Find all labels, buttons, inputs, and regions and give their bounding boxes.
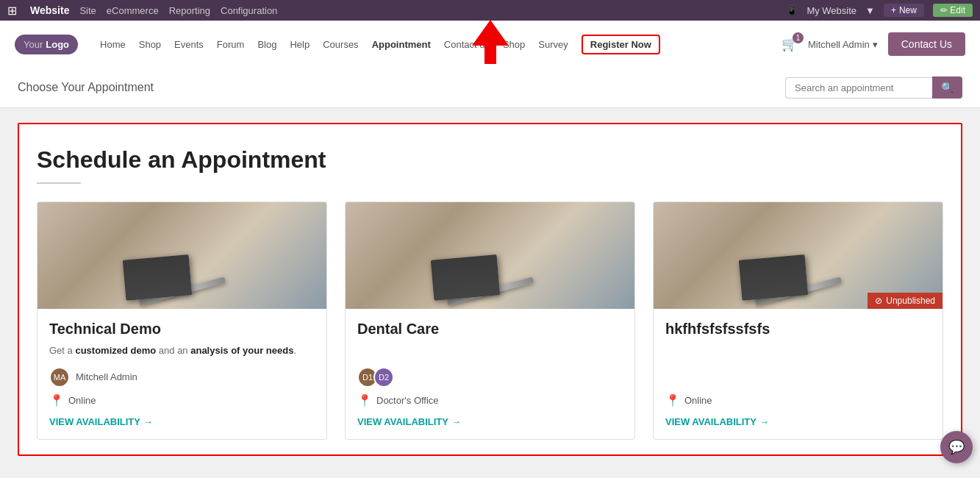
location-row-1: 📍 Online (49, 393, 315, 407)
edit-button[interactable]: ✏ Edit (933, 4, 973, 17)
admin-bar: ⊞ Website Site eCommerce Reporting Confi… (0, 0, 980, 21)
card-image-content-2 (346, 202, 634, 309)
nav-right: 🛒 1 Mitchell Admin ▾ Contact Us (782, 32, 965, 56)
brand-label: Website (30, 4, 69, 16)
avatar-group-1: MA (49, 367, 70, 388)
view-availability-3[interactable]: VIEW AVAILABILITY → (665, 416, 931, 427)
location-icon-2: 📍 (357, 393, 372, 407)
nav-links: Home Shop Events Forum Blog Help Courses… (100, 35, 782, 54)
view-availability-1[interactable]: VIEW AVAILABILITY → (49, 416, 315, 427)
cart-badge: 1 (793, 32, 804, 43)
content-box: Schedule an Appointment Technical Demo G… (18, 123, 962, 456)
logo-your: Your (24, 39, 43, 50)
card-desc-1: Get a customized demo and an analysis of… (49, 343, 315, 358)
nav-blog[interactable]: Blog (257, 39, 276, 50)
card-image-content-1 (37, 202, 326, 309)
chat-icon: 💬 (948, 439, 965, 455)
unpublished-label: Unpublished (886, 296, 935, 306)
card-body-2: Dental Care D1 D2 📍 Doctor's Office VIEW… (346, 309, 634, 439)
location-row-2: 📍 Doctor's Office (357, 393, 623, 407)
avatar-group-2: D1 D2 (357, 367, 394, 388)
admin-bar-right: 📱 My Website ▼ + New ✏ Edit (786, 4, 973, 17)
nav-home[interactable]: Home (100, 39, 126, 50)
admin-user-dropdown[interactable]: Mitchell Admin ▾ (808, 39, 878, 50)
search-button[interactable]: 🔍 (932, 76, 962, 99)
section-title: Schedule an Appointment (37, 146, 943, 174)
arrow-indicator (472, 20, 509, 64)
avatar-1: MA (49, 367, 70, 388)
card-title-1: Technical Demo (49, 321, 315, 338)
admin-nav-site[interactable]: Site (79, 5, 96, 16)
nav-shop[interactable]: Shop (139, 39, 161, 50)
card-meta-2: D1 D2 (357, 367, 623, 388)
plus-icon: + (891, 5, 896, 15)
card-hkfh[interactable]: ⊘ Unpublished hkfhfsfsfssfsfs 📍 Online V… (653, 201, 943, 440)
card-dental-care[interactable]: Dental Care D1 D2 📍 Doctor's Office VIEW… (345, 201, 635, 440)
admin-nav-ecommerce[interactable]: eCommerce (107, 5, 159, 16)
card-body-1: Technical Demo Get a customized demo and… (37, 309, 326, 439)
nav-help[interactable]: Help (290, 39, 310, 50)
arrow-icon-1: → (143, 416, 153, 427)
admin-nav-configuration[interactable]: Configuration (221, 5, 277, 16)
location-icon-1: 📍 (49, 393, 64, 407)
nav-register-now[interactable]: Register Now (582, 35, 660, 54)
my-website-label[interactable]: My Website (806, 5, 856, 16)
arrow-icon-3: → (759, 416, 769, 427)
location-row-3: 📍 Online (665, 393, 931, 407)
unpublished-icon: ⊘ (875, 296, 882, 306)
mobile-icon: 📱 (786, 5, 798, 16)
location-text-1: Online (68, 395, 96, 406)
arrow-icon-2: → (451, 416, 461, 427)
logo-logo: Logo (46, 39, 69, 50)
card-title-2: Dental Care (357, 321, 623, 338)
card-desc-3 (665, 343, 931, 358)
card-meta-3 (665, 367, 931, 388)
meta-text-1: Mitchell Admin (76, 371, 137, 382)
card-body-3: hkfhfsfsfssfsfs 📍 Online VIEW AVAILABILI… (654, 309, 943, 439)
search-area: 🔍 (785, 76, 962, 99)
apps-icon[interactable]: ⊞ (7, 4, 17, 18)
card-technical-demo[interactable]: Technical Demo Get a customized demo and… (37, 201, 327, 440)
card-desc-2 (357, 343, 623, 358)
card-title-3: hkfhfsfsfssfsfs (665, 321, 931, 338)
admin-bar-left: ⊞ Website Site eCommerce Reporting Confi… (7, 4, 277, 18)
nav-events[interactable]: Events (174, 39, 204, 50)
cart-icon[interactable]: 🛒 1 (782, 36, 798, 52)
new-button[interactable]: + New (884, 4, 924, 17)
sub-header: Choose Your Appointment 🔍 (0, 68, 980, 108)
cards-grid: Technical Demo Get a customized demo and… (37, 201, 943, 440)
card-meta-1: MA Mitchell Admin (49, 367, 315, 388)
contact-us-button[interactable]: Contact Us (888, 32, 965, 56)
avatar-2b: D2 (373, 367, 394, 388)
search-input[interactable] (785, 77, 932, 99)
location-text-3: Online (684, 395, 712, 406)
unpublished-badge: ⊘ Unpublished (868, 293, 943, 309)
logo-area: Your Logo (15, 35, 78, 54)
card-image-1 (37, 202, 326, 309)
admin-nav-reporting[interactable]: Reporting (169, 5, 210, 16)
nav-forum[interactable]: Forum (217, 39, 245, 50)
location-icon-3: 📍 (665, 393, 680, 407)
logo[interactable]: Your Logo (15, 35, 78, 54)
card-image-3: ⊘ Unpublished (654, 202, 943, 309)
main-content: Schedule an Appointment Technical Demo G… (0, 108, 980, 471)
location-text-2: Doctor's Office (376, 395, 439, 406)
nav-appointment[interactable]: Appointment (372, 39, 431, 50)
card-image-2 (346, 202, 634, 309)
dropdown-icon: ▼ (865, 5, 875, 16)
chat-button[interactable]: 💬 (940, 431, 973, 463)
nav-survey[interactable]: Survey (538, 39, 568, 50)
admin-user-chevron: ▾ (873, 39, 878, 50)
page-title: Choose Your Appointment (18, 81, 785, 94)
nav-courses[interactable]: Courses (323, 39, 358, 50)
admin-user-label: Mitchell Admin (808, 39, 870, 50)
section-divider (37, 182, 81, 184)
view-availability-2[interactable]: VIEW AVAILABILITY → (357, 416, 623, 427)
